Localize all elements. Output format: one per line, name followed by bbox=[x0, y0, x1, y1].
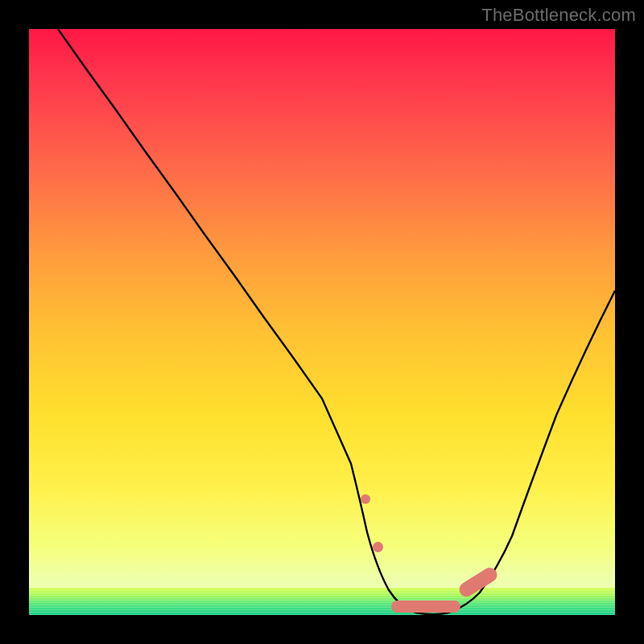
marker-dot-2 bbox=[373, 542, 383, 552]
marker-dot-1 bbox=[361, 494, 370, 504]
marker-segment-flat bbox=[391, 601, 460, 613]
bottleneck-curve bbox=[29, 29, 615, 615]
watermark-text: TheBottleneck.com bbox=[481, 5, 636, 26]
plot-area bbox=[29, 29, 615, 615]
chart-stage: TheBottleneck.com bbox=[0, 0, 644, 644]
curve-path bbox=[58, 29, 615, 614]
